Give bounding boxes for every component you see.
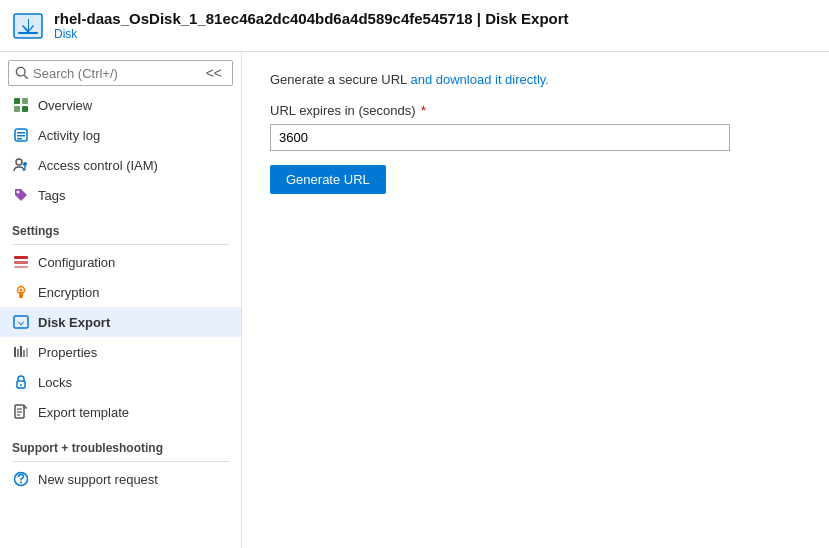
settings-divider [12, 244, 229, 245]
svg-rect-25 [14, 347, 16, 357]
sidebar-item-label: Export template [38, 405, 129, 420]
svg-rect-12 [17, 135, 25, 137]
sidebar-item-access-control[interactable]: Access control (IAM) [0, 150, 241, 180]
export-template-icon [12, 403, 30, 421]
sidebar-item-locks[interactable]: Locks [0, 367, 241, 397]
svg-point-38 [20, 482, 22, 484]
sidebar-item-configuration[interactable]: Configuration [0, 247, 241, 277]
svg-rect-18 [14, 261, 28, 264]
svg-rect-29 [26, 348, 28, 357]
required-star: * [421, 103, 426, 118]
sidebar-item-properties[interactable]: Properties [0, 337, 241, 367]
tags-icon [12, 186, 30, 204]
page-title: rhel-daas_OsDisk_1_81ec46a2dc404bd6a4d58… [54, 10, 569, 27]
svg-rect-17 [14, 256, 28, 259]
sidebar-item-label: Encryption [38, 285, 99, 300]
description: Generate a secure URL and download it di… [270, 72, 801, 87]
access-control-icon [12, 156, 30, 174]
svg-rect-6 [14, 98, 20, 104]
svg-rect-13 [17, 138, 22, 140]
svg-rect-7 [22, 98, 28, 104]
sidebar-item-label: Properties [38, 345, 97, 360]
svg-rect-22 [19, 292, 23, 298]
support-icon [12, 470, 30, 488]
svg-point-21 [20, 289, 23, 292]
sidebar-item-label: Disk Export [38, 315, 110, 330]
search-input[interactable] [33, 66, 202, 81]
svg-rect-8 [14, 106, 20, 112]
svg-line-5 [24, 75, 28, 79]
sidebar-item-label: Access control (IAM) [38, 158, 158, 173]
svg-rect-3 [18, 32, 38, 34]
support-section-label: Support + troubleshooting [0, 431, 241, 459]
sidebar-item-overview[interactable]: Overview [0, 90, 241, 120]
overview-icon [12, 96, 30, 114]
svg-rect-23 [14, 316, 28, 328]
sidebar-item-export-template[interactable]: Export template [0, 397, 241, 427]
sidebar-item-label: Overview [38, 98, 92, 113]
resource-icon [12, 10, 44, 42]
svg-rect-26 [17, 349, 19, 357]
url-seconds-input[interactable] [270, 124, 730, 151]
breadcrumb[interactable]: Disk [54, 27, 569, 41]
sidebar-item-label: Activity log [38, 128, 100, 143]
sidebar-item-label: Tags [38, 188, 65, 203]
svg-rect-28 [23, 350, 25, 357]
configuration-icon [12, 253, 30, 271]
sidebar-item-new-support-request[interactable]: New support request [0, 464, 241, 494]
collapse-button[interactable]: << [202, 65, 226, 81]
activity-log-icon [12, 126, 30, 144]
sidebar-item-disk-export[interactable]: Disk Export [0, 307, 241, 337]
svg-marker-33 [24, 405, 27, 408]
disk-export-icon [12, 313, 30, 331]
body-area: << Overview [0, 52, 829, 548]
svg-point-4 [16, 67, 25, 76]
search-icon [15, 66, 29, 80]
svg-rect-27 [20, 346, 22, 357]
description-link[interactable]: and download it directly. [410, 72, 549, 87]
sidebar: << Overview [0, 52, 242, 548]
generate-url-button[interactable]: Generate URL [270, 165, 386, 194]
title-bar: rhel-daas_OsDisk_1_81ec46a2dc404bd6a4d58… [0, 0, 829, 52]
svg-marker-24 [18, 318, 24, 326]
svg-point-31 [20, 384, 22, 386]
search-box[interactable]: << [8, 60, 233, 86]
sidebar-item-label: Configuration [38, 255, 115, 270]
svg-rect-9 [22, 106, 28, 112]
settings-section-label: Settings [0, 214, 241, 242]
properties-icon [12, 343, 30, 361]
main-content: Generate a secure URL and download it di… [242, 52, 829, 548]
sidebar-item-label: New support request [38, 472, 158, 487]
sidebar-item-label: Locks [38, 375, 72, 390]
title-text-group: rhel-daas_OsDisk_1_81ec46a2dc404bd6a4d58… [54, 10, 569, 41]
svg-point-15 [23, 162, 27, 166]
sidebar-item-activity-log[interactable]: Activity log [0, 120, 241, 150]
svg-rect-11 [17, 132, 25, 134]
locks-icon [12, 373, 30, 391]
svg-point-16 [17, 191, 20, 194]
sidebar-item-encryption[interactable]: Encryption [0, 277, 241, 307]
svg-rect-19 [14, 266, 28, 268]
sidebar-item-tags[interactable]: Tags [0, 180, 241, 210]
url-expires-label: URL expires in (seconds) * [270, 103, 801, 118]
encryption-icon [12, 283, 30, 301]
support-divider [12, 461, 229, 462]
svg-point-14 [16, 159, 22, 165]
